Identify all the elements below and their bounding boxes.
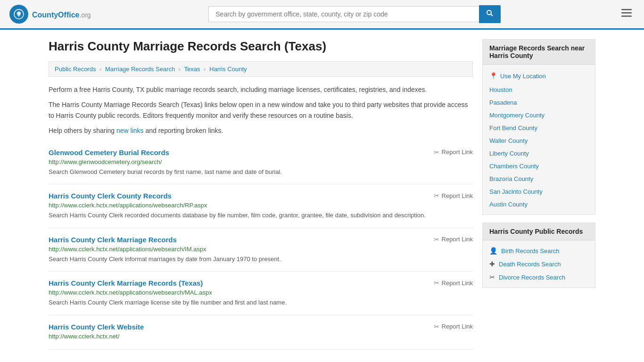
header: CountyOffice.org: [0, 0, 644, 30]
use-location[interactable]: 📍 Use My Location: [483, 68, 595, 83]
search-input[interactable]: [208, 6, 479, 22]
breadcrumb: Public Records › Marriage Records Search…: [49, 61, 473, 77]
public-records-section: Harris County Public Records 👤 Birth Rec…: [482, 222, 595, 288]
report-icon-3: ✂: [434, 279, 439, 287]
report-icon-2: ✂: [434, 236, 439, 243]
report-icon-4: ✂: [434, 323, 439, 330]
sidebar-item-divorce-records[interactable]: ✂ Divorce Records Search: [483, 271, 595, 284]
breadcrumb-texas[interactable]: Texas: [184, 66, 200, 73]
record-title-4[interactable]: Harris County Clerk Website: [49, 323, 144, 331]
sidebar-item-montgomery-county[interactable]: Montgomery County: [483, 109, 595, 122]
public-records-content: 👤 Birth Records Search ✚ Death Records S…: [483, 240, 595, 288]
record-item: Harris County Clerk Website ✂ Report Lin…: [49, 315, 473, 350]
svg-line-3: [491, 14, 493, 16]
search-button[interactable]: [479, 5, 501, 23]
svg-point-1: [18, 12, 20, 15]
logo-area: CountyOffice.org: [9, 5, 91, 24]
sidebar-item-chambers-county[interactable]: Chambers County: [483, 160, 595, 173]
record-title-3[interactable]: Harris County Clerk Marriage Records (Te…: [49, 279, 203, 287]
use-location-link[interactable]: Use My Location: [500, 73, 546, 80]
search-bar: [208, 5, 501, 23]
record-desc-3: Search Harris County Clerk marriage lice…: [49, 298, 473, 307]
sidebar-item-liberty-county[interactable]: Liberty County: [483, 147, 595, 160]
main-content: Harris County Marriage Records Search (T…: [49, 39, 473, 350]
logo-suffix: .org: [79, 11, 91, 19]
svg-rect-6: [621, 16, 632, 17]
nearby-section: Marriage Records Search near Harris Coun…: [482, 39, 595, 215]
report-icon-0: ✂: [434, 148, 439, 156]
record-url-3[interactable]: http://www.cclerk.hctx.net/applications/…: [49, 289, 473, 296]
sidebar-item-san-jacinto-county[interactable]: San Jacinto County: [483, 185, 595, 198]
svg-rect-4: [621, 9, 632, 10]
record-desc-1: Search Harris County Clerk recorded docu…: [49, 211, 473, 220]
record-title-1[interactable]: Harris County Clerk County Records: [49, 192, 172, 200]
report-link-4[interactable]: ✂ Report Link: [434, 323, 473, 330]
nearby-section-content: 📍 Use My Location Houston Pasadena Montg…: [483, 65, 595, 214]
record-url-4[interactable]: http://www.cclerk.hctx.net/: [49, 333, 473, 340]
sidebar-item-pasadena[interactable]: Pasadena: [483, 96, 595, 109]
logo-icon: [9, 5, 28, 24]
record-desc-0: Search Glenwood Cemetery burial records …: [49, 167, 473, 177]
new-links-link[interactable]: new links: [116, 127, 144, 134]
sidebar-item-brazoria-county[interactable]: Brazoria County: [483, 173, 595, 185]
record-title-0[interactable]: Glenwood Cemetery Burial Records: [49, 148, 169, 156]
report-link-0[interactable]: ✂ Report Link: [434, 148, 473, 156]
record-item: Harris County Clerk County Records ✂ Rep…: [49, 184, 473, 228]
description-1: Perform a free Harris County, TX public …: [49, 84, 473, 95]
record-title-2[interactable]: Harris County Clerk Marriage Records: [49, 236, 177, 244]
record-url-2[interactable]: http://www.cclerk.hctx.net/applications/…: [49, 246, 473, 253]
main-container: Harris County Marriage Records Search (T…: [39, 30, 605, 359]
location-pin-icon: 📍: [489, 72, 497, 80]
report-link-1[interactable]: ✂ Report Link: [434, 192, 473, 199]
sidebar-item-fort-bend-county[interactable]: Fort Bend County: [483, 122, 595, 134]
record-item: Harris County Clerk Marriage Records ✂ R…: [49, 228, 473, 272]
breadcrumb-marriage-records[interactable]: Marriage Records Search: [105, 66, 175, 73]
record-url-1[interactable]: http://www.cclerk.hctx.net/applications/…: [49, 202, 473, 209]
plus-icon: ✚: [489, 260, 495, 268]
record-item: Glenwood Cemetery Burial Records ✂ Repor…: [49, 141, 473, 185]
breadcrumb-public-records[interactable]: Public Records: [55, 66, 96, 73]
record-desc-2: Search Harris County Clerk informal marr…: [49, 255, 473, 264]
report-icon-1: ✂: [434, 192, 439, 199]
svg-point-2: [487, 10, 491, 15]
logo-text: CountyOffice.org: [32, 9, 91, 20]
report-link-3[interactable]: ✂ Report Link: [434, 279, 473, 287]
breadcrumb-harris-county[interactable]: Harris County: [209, 66, 247, 73]
sidebar-item-austin-county[interactable]: Austin County: [483, 198, 595, 211]
nearby-section-title: Marriage Records Search near Harris Coun…: [483, 40, 595, 65]
page-title: Harris County Marriage Records Search (T…: [49, 39, 473, 54]
record-item: Harris County Clerk Marriage Records (Te…: [49, 272, 473, 315]
sidebar: Marriage Records Search near Harris Coun…: [482, 39, 595, 350]
svg-rect-5: [621, 12, 632, 14]
logo-name: CountyOffice: [32, 11, 79, 19]
description-2: The Harris County Marriage Records Searc…: [49, 99, 473, 121]
sidebar-item-houston[interactable]: Houston: [483, 83, 595, 96]
scissors-icon: ✂: [489, 273, 495, 281]
records-list: Glenwood Cemetery Burial Records ✂ Repor…: [49, 141, 473, 350]
sidebar-item-birth-records[interactable]: 👤 Birth Records Search: [483, 244, 595, 257]
record-url-0[interactable]: http://www.glenwoodcemetery.org/search/: [49, 158, 473, 165]
public-records-section-title: Harris County Public Records: [483, 223, 595, 240]
person-icon: 👤: [489, 247, 497, 255]
report-link-2[interactable]: ✂ Report Link: [434, 236, 473, 243]
description-3: Help others by sharing new links and rep…: [49, 125, 473, 136]
sidebar-item-waller-county[interactable]: Waller County: [483, 134, 595, 147]
sidebar-item-death-records[interactable]: ✚ Death Records Search: [483, 257, 595, 271]
hamburger-menu[interactable]: [619, 5, 635, 24]
